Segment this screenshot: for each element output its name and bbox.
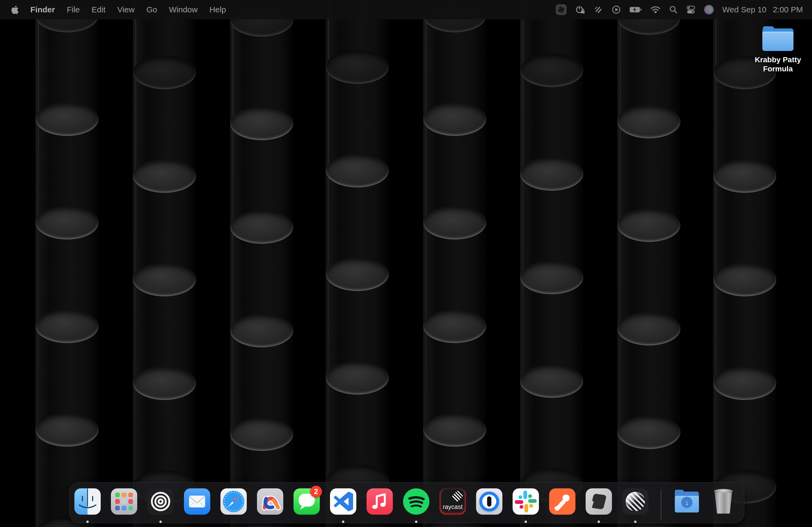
dock-app-music[interactable]: [366, 488, 393, 515]
wallpaper-cylinder-cap: [423, 310, 486, 343]
wallpaper-cylinder-column: [520, 0, 583, 527]
wallpaper-cylinder-cap: [326, 154, 389, 187]
dock: 2: [69, 482, 744, 523]
trash-icon: [710, 488, 737, 515]
dock-trash[interactable]: [710, 488, 737, 515]
vscode-icon: [330, 488, 356, 515]
dock-divider: [661, 490, 661, 520]
wallpaper-cylinder-cap: [326, 258, 389, 291]
control-center-icon[interactable]: [686, 5, 695, 14]
power-lock-icon[interactable]: [575, 5, 585, 15]
wallpaper-cylinder-column: [230, 0, 293, 527]
download-arrow-icon: ↓: [681, 497, 693, 508]
menu-item-go[interactable]: Go: [146, 5, 157, 14]
wallpaper-cylinder-cap: [35, 206, 99, 240]
striped-sphere-icon: [622, 488, 649, 515]
wallpaper-cylinder-cap: [520, 364, 583, 398]
battery-charging-icon[interactable]: [629, 6, 642, 13]
wallpaper-cylinder-cap: [35, 413, 99, 447]
siri-icon[interactable]: [704, 5, 714, 15]
menu-bar: Finder File Edit View Go Window Help: [0, 0, 812, 19]
safari-icon: [220, 488, 247, 515]
clock-date: Wed Sep 10: [722, 5, 767, 14]
wallpaper-cylinder-cap: [230, 210, 293, 244]
spotlight-search-icon[interactable]: [669, 5, 678, 14]
wallpaper-cylinder-cap: [617, 312, 680, 346]
downloads-folder-icon: ↓: [674, 488, 700, 515]
spotify-icon: [403, 488, 429, 515]
running-indicator: [86, 521, 89, 523]
dock-app-striped-sphere[interactable]: [622, 488, 649, 515]
wallpaper-cylinder-cap: [326, 361, 389, 395]
notification-badge: 2: [310, 486, 322, 497]
wallpaper-cylinder-cap: [230, 107, 293, 140]
dock-app-tilted-panel[interactable]: [586, 488, 612, 515]
finder-icon: [74, 488, 101, 515]
menu-item-view[interactable]: View: [117, 5, 134, 14]
wallpaper-cylinder-cap: [423, 103, 486, 136]
dock-app-1password[interactable]: [476, 488, 503, 515]
folder-icon: [762, 26, 794, 52]
striped-tag-icon[interactable]: [594, 6, 603, 14]
mail-icon: [184, 488, 210, 515]
wallpaper-cylinder-cap: [617, 416, 680, 449]
dock-app-vscode[interactable]: [330, 488, 356, 515]
postman-icon: [549, 488, 576, 515]
running-indicator: [342, 521, 345, 523]
wallpaper-cylinder-column: [133, 0, 196, 527]
wifi-icon[interactable]: [650, 6, 661, 13]
wallpaper-cylinder-cap: [713, 263, 776, 297]
wallpaper-cylinder-cap: [423, 206, 486, 240]
starburst-app-icon[interactable]: [556, 4, 567, 15]
running-indicator: [598, 521, 600, 523]
arc-browser-icon: [257, 488, 283, 515]
desktop: Finder File Edit View Go Window Help: [0, 0, 812, 527]
wallpaper-cylinder-cap: [520, 54, 583, 87]
running-indicator: [634, 521, 637, 523]
menu-item-edit[interactable]: Edit: [91, 5, 105, 14]
wallpaper-cylinder-cap: [713, 366, 776, 400]
folder-label: Krabby Patty Formula: [751, 55, 805, 74]
menu-bar-clock[interactable]: Wed Sep 10 2:00 PM: [722, 5, 803, 14]
launchpad-icon: [111, 488, 137, 515]
wallpaper-cylinder-cap: [520, 157, 583, 191]
dock-app-messages[interactable]: 2: [293, 488, 320, 515]
wallpaper-cylinder-cap: [617, 209, 680, 242]
apple-logo-icon: [11, 5, 18, 14]
wallpaper-cylinder-cap: [423, 413, 486, 447]
dock-downloads-folder[interactable]: ↓: [674, 488, 700, 515]
menu-app-name[interactable]: Finder: [30, 5, 55, 14]
apple-menu[interactable]: [11, 5, 18, 14]
wallpaper-cylinder-column: [617, 0, 680, 527]
wallpaper-cylinder-cap: [326, 50, 389, 84]
wallpaper-cylinder-cap: [230, 418, 293, 451]
wallpaper-cylinder-column: [35, 0, 99, 527]
dock-app-safari[interactable]: [220, 488, 247, 515]
wallpaper-cylinder-cap: [35, 103, 99, 136]
dock-app-spotify[interactable]: [403, 488, 429, 515]
dock-app-mail[interactable]: [184, 488, 210, 515]
dock-app-postman[interactable]: [549, 488, 576, 515]
dock-app-raycast[interactable]: raycast: [439, 488, 466, 515]
desktop-folder-krabby-patty[interactable]: Krabby Patty Formula: [751, 26, 805, 74]
wallpaper-cylinder-cap: [617, 105, 680, 138]
play-circle-icon[interactable]: [612, 5, 621, 14]
wallpaper-cylinder-cap: [520, 261, 583, 295]
menu-item-help[interactable]: Help: [209, 5, 226, 14]
raycast-icon: raycast: [439, 488, 466, 515]
dock-app-rings[interactable]: [147, 488, 174, 515]
wallpaper-cylinder-cap: [713, 160, 776, 193]
dock-app-slack[interactable]: [512, 488, 539, 515]
wallpaper-cylinder-cap: [133, 160, 196, 193]
wallpaper-cylinder-cap: [230, 314, 293, 347]
dock-app-arc[interactable]: [257, 488, 283, 515]
apple-music-icon: [366, 488, 393, 515]
running-indicator: [160, 521, 162, 523]
dock-app-finder[interactable]: [74, 488, 101, 515]
dock-app-launchpad[interactable]: [111, 488, 137, 515]
wallpaper-cylinder-cap: [133, 56, 196, 89]
menu-item-window[interactable]: Window: [169, 5, 198, 14]
wallpaper-cylinder-cap: [133, 366, 196, 400]
menu-item-file[interactable]: File: [67, 5, 80, 14]
wallpaper-cylinder-column: [326, 0, 389, 527]
